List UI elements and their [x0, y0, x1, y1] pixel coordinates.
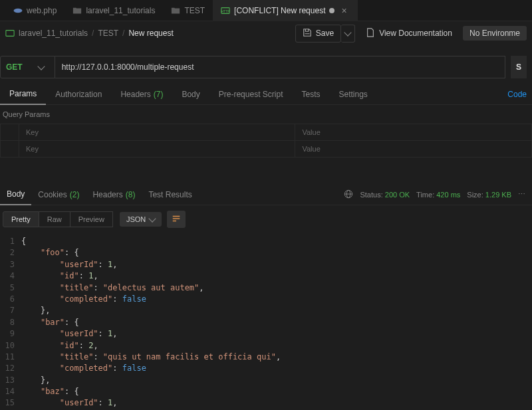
tab-label: Pre-request Script: [219, 90, 283, 99]
line-number: 5: [0, 282, 21, 294]
tab-label: web.php: [27, 6, 57, 15]
tab-body[interactable]: Body: [172, 84, 209, 105]
checkbox-cell[interactable]: [1, 141, 19, 157]
response-status: Status: 200 OK Time: 420 ms Size: 1.29 K…: [344, 189, 532, 200]
http-method-select[interactable]: GET: [0, 56, 55, 78]
view-pretty-button[interactable]: Pretty: [3, 211, 39, 227]
tab-prerequest[interactable]: Pre-request Script: [209, 84, 293, 105]
format-select[interactable]: JSON: [120, 212, 162, 227]
url-input[interactable]: http://127.0.0.1:8000/multiple-request: [55, 56, 505, 78]
tab-laravel-tutorials[interactable]: laravel_11_tutorials: [65, 0, 163, 21]
line-number: 11: [0, 352, 21, 363]
line-number: 12: [0, 363, 21, 374]
line-number: 7: [0, 305, 21, 316]
breadcrumb: laravel_11_tutorials / TEST / New reques…: [5, 29, 295, 38]
send-label: S: [516, 62, 521, 72]
resp-tab-tests[interactable]: Test Results: [142, 184, 198, 205]
url-value: http://127.0.0.1:8000/multiple-request: [62, 62, 194, 72]
editor-tabs: web.php laravel_11_tutorials TEST HTTP […: [0, 0, 532, 21]
key-header: Key: [19, 124, 295, 141]
line-number: 10: [0, 340, 21, 352]
tab-label: Body: [7, 189, 25, 199]
line-number: 4: [0, 270, 21, 282]
tab-tests[interactable]: Tests: [292, 84, 329, 105]
line-number: 2: [0, 247, 21, 258]
tab-test[interactable]: TEST: [163, 0, 213, 21]
resp-tab-headers[interactable]: Headers(8): [86, 184, 142, 205]
tab-label: Headers: [120, 90, 150, 99]
code-line: 9 "userId": 1,: [0, 328, 532, 340]
tab-authorization[interactable]: Authorization: [46, 84, 111, 105]
key-input[interactable]: Key: [19, 141, 295, 157]
view-raw-button[interactable]: Raw: [39, 211, 70, 227]
view-documentation-button[interactable]: View Documentation: [359, 25, 459, 42]
table-row[interactable]: Key Value: [1, 141, 532, 157]
more-icon[interactable]: ⋯: [518, 190, 527, 199]
response-body-viewer[interactable]: 1{2 "foo": {3 "userId": 1,4 "id": 1,5 "t…: [0, 233, 532, 410]
tab-label: [CONFLICT] New request: [234, 6, 325, 15]
send-button[interactable]: S: [511, 56, 527, 78]
tab-label: Headers: [92, 190, 122, 199]
code-line: 11 "title": "quis ut nam facilis et offi…: [0, 352, 532, 363]
response-tabs: Body Cookies(2) Headers(8) Test Results …: [0, 184, 532, 205]
label: Preview: [78, 215, 104, 223]
format-label: JSON: [126, 215, 146, 223]
status-label: Status:: [360, 191, 382, 199]
view-preview-button[interactable]: Preview: [70, 211, 113, 227]
label: Pretty: [11, 215, 31, 223]
toolbar-actions: Save View Documentation No Environme: [295, 25, 527, 43]
save-dropdown-button[interactable]: [341, 25, 355, 43]
code-line: 4 "id": 1,: [0, 270, 532, 282]
request-url-bar: GET http://127.0.0.1:8000/multiple-reque…: [0, 45, 532, 84]
svg-point-0: [14, 8, 23, 12]
wrap-toggle-button[interactable]: [167, 211, 186, 228]
line-number: 6: [0, 294, 21, 305]
tab-web-php[interactable]: web.php: [5, 0, 65, 21]
http-request-icon: HTTP: [221, 6, 230, 15]
line-number: 13: [0, 375, 21, 386]
tab-settings[interactable]: Settings: [330, 84, 377, 105]
breadcrumb-separator: /: [122, 29, 124, 38]
resp-tab-cookies[interactable]: Cookies(2): [31, 184, 86, 205]
value-input[interactable]: Value: [295, 141, 532, 157]
line-number: 9: [0, 328, 21, 340]
tab-label: Settings: [339, 90, 368, 99]
line-number: 14: [0, 386, 21, 397]
checkbox-cell[interactable]: [1, 124, 19, 141]
code-link[interactable]: Code: [498, 84, 532, 105]
breadcrumb-separator: /: [92, 29, 94, 38]
code-line: 3 "userId": 1,: [0, 259, 532, 270]
code-line: 5 "title": "delectus aut autem",: [0, 282, 532, 294]
size-value: 1.29 KB: [485, 191, 511, 199]
folder-icon: [72, 6, 82, 15]
resp-tab-body[interactable]: Body: [0, 184, 31, 205]
line-number: 15: [0, 397, 21, 409]
svg-rect-3: [6, 31, 14, 37]
line-number: 3: [0, 259, 21, 270]
tab-label: Params: [9, 89, 37, 98]
code-line: 7 },: [0, 305, 532, 316]
save-button[interactable]: Save: [295, 25, 341, 43]
close-icon[interactable]: ×: [338, 5, 349, 16]
tab-params[interactable]: Params: [0, 84, 46, 105]
code-line: 10 "id": 2,: [0, 340, 532, 352]
request-toolbar: laravel_11_tutorials / TEST / New reques…: [0, 21, 532, 45]
response-view-controls: Pretty Raw Preview JSON: [0, 205, 532, 233]
tab-headers[interactable]: Headers(7): [111, 84, 172, 105]
tab-label: Cookies: [38, 190, 66, 199]
code-line: 14 "baz": {: [0, 386, 532, 397]
count-badge: (7): [154, 90, 164, 99]
breadcrumb-segment[interactable]: laravel_11_tutorials: [19, 29, 88, 38]
folder-icon: [171, 6, 180, 15]
count-badge: (8): [126, 190, 136, 199]
save-icon: [303, 28, 312, 39]
code-line: 1{: [0, 236, 532, 247]
chevron-down-icon: [37, 62, 45, 70]
breadcrumb-segment[interactable]: TEST: [98, 29, 118, 38]
globe-icon[interactable]: [344, 189, 353, 200]
tab-new-request[interactable]: HTTP [CONFLICT] New request ×: [213, 0, 358, 21]
code-line: 6 "completed": false: [0, 294, 532, 305]
environment-select[interactable]: No Environme: [463, 26, 527, 41]
request-tabs: Params Authorization Headers(7) Body Pre…: [0, 84, 532, 105]
save-label: Save: [316, 29, 334, 38]
